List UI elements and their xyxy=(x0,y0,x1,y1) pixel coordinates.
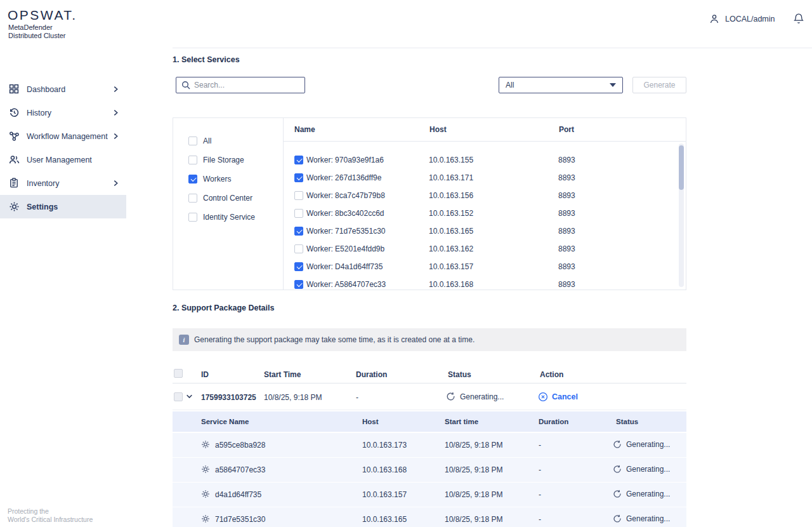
sub-status: Generating... xyxy=(613,490,670,498)
top-bar: OPSWAT. MetaDefender Distributed Cluster… xyxy=(0,0,812,48)
dashboard-icon xyxy=(9,84,20,95)
service-port: 8893 xyxy=(558,262,575,271)
category-filter-identity-service[interactable]: Identity Service xyxy=(173,208,283,227)
info-banner: i Generating the support package may tak… xyxy=(173,328,686,351)
sidebar-item-history[interactable]: History xyxy=(0,101,126,124)
checkbox[interactable] xyxy=(294,280,303,289)
subtable-body: a595ce8ba92810.0.163.17310/8/25, 9:18 PM… xyxy=(173,433,686,527)
service-port: 8893 xyxy=(558,156,575,164)
service-row[interactable]: Worker: A5864707ec3310.0.163.1688893 xyxy=(283,276,676,293)
sub-start-time: 10/8/25, 9:18 PM xyxy=(445,515,502,524)
checkbox[interactable] xyxy=(294,191,303,200)
checkbox[interactable] xyxy=(294,227,303,236)
sub-start-time: 10/8/25, 9:18 PM xyxy=(445,490,502,499)
package-status: Generating... xyxy=(446,392,504,401)
category-filter-all[interactable]: All xyxy=(173,131,283,150)
service-row[interactable]: Worker: 8ca7c47b79b810.0.163.1568893 xyxy=(283,187,676,204)
category-filter-file-storage[interactable]: File Storage xyxy=(173,150,283,170)
services-panel: AllFile StorageWorkersControl CenterIden… xyxy=(173,117,686,290)
chevron-right-icon xyxy=(112,86,119,93)
service-row[interactable]: Worker: 267d136dff9e10.0.163.1718893 xyxy=(283,169,676,187)
sidebar-item-workflow-management[interactable]: Workflow Management xyxy=(0,124,126,148)
package-row-checkbox[interactable] xyxy=(174,392,183,401)
gear-icon xyxy=(201,440,210,449)
checkbox[interactable] xyxy=(188,194,197,203)
category-label: Control Center xyxy=(203,194,252,203)
category-label: File Storage xyxy=(203,156,244,164)
checkbox[interactable] xyxy=(188,156,197,164)
gear-icon xyxy=(201,490,210,498)
checkbox[interactable] xyxy=(294,173,303,182)
service-port: 8893 xyxy=(558,280,575,289)
category-filter-list: AllFile StorageWorkersControl CenterIden… xyxy=(173,131,283,227)
services-scrollbar[interactable] xyxy=(679,143,684,287)
notifications-bell-icon[interactable] xyxy=(793,13,804,25)
service-port: 8893 xyxy=(558,173,575,182)
scrollbar-thumb[interactable] xyxy=(679,145,684,190)
sub-duration: - xyxy=(539,515,541,524)
service-port: 8893 xyxy=(558,244,575,253)
checkbox[interactable] xyxy=(294,244,303,253)
sidebar-item-label: Dashboard xyxy=(27,85,65,94)
sidebar-item-inventory[interactable]: Inventory xyxy=(0,171,126,195)
chevron-right-icon xyxy=(112,109,119,116)
sidebar-item-user-management[interactable]: User Management xyxy=(0,148,126,171)
subcol-duration: Duration xyxy=(539,418,568,425)
chevron-right-icon xyxy=(112,133,119,140)
service-host: 10.0.163.155 xyxy=(429,156,473,164)
service-host: 10.0.163.157 xyxy=(429,262,473,271)
service-type-dropdown[interactable]: All xyxy=(499,77,623,93)
category-label: Identity Service xyxy=(203,213,255,222)
info-icon: i xyxy=(179,335,189,345)
category-filter-workers[interactable]: Workers xyxy=(173,170,283,189)
checkbox[interactable] xyxy=(188,213,197,222)
subtable-row: d4a1d64ff73510.0.163.15710/8/25, 9:18 PM… xyxy=(173,483,686,507)
service-name: Worker: 8bc3c402cc6d xyxy=(306,209,384,218)
sub-status-label: Generating... xyxy=(626,440,670,449)
services-table-body: Worker: 970a93e9f1a610.0.163.1558893Work… xyxy=(283,151,676,293)
inventory-icon xyxy=(9,178,20,189)
sub-status: Generating... xyxy=(613,514,670,523)
service-row[interactable]: Worker: E5201e4fdd9b10.0.163.1628893 xyxy=(283,240,676,258)
service-row[interactable]: Worker: 970a93e9f1a610.0.163.1558893 xyxy=(283,151,676,169)
user-icon xyxy=(709,13,720,25)
category-filter-control-center[interactable]: Control Center xyxy=(173,189,283,208)
select-all-checkbox[interactable] xyxy=(174,369,183,378)
caret-down-icon xyxy=(610,83,616,87)
sub-host: 10.0.163.173 xyxy=(362,441,407,450)
generate-button[interactable]: Generate xyxy=(632,77,686,93)
workflow-icon xyxy=(9,131,20,142)
service-search xyxy=(176,77,305,93)
checkbox[interactable] xyxy=(294,262,303,271)
sub-status-label: Generating... xyxy=(626,465,670,474)
service-row[interactable]: Worker: 71d7e5351c3010.0.163.1658893 xyxy=(283,222,676,240)
service-host: 10.0.163.168 xyxy=(429,280,473,289)
service-host: 10.0.163.171 xyxy=(429,173,473,182)
sub-service-name: a595ce8ba928 xyxy=(215,441,265,450)
user-menu[interactable]: LOCAL/admin xyxy=(709,13,775,25)
service-row[interactable]: Worker: D4a1d64ff73510.0.163.1578893 xyxy=(283,258,676,276)
checkbox[interactable] xyxy=(188,175,197,183)
dropdown-selected-value: All xyxy=(506,81,514,90)
search-input[interactable] xyxy=(194,81,304,90)
col-name: Name xyxy=(294,125,315,134)
sub-host: 10.0.163.165 xyxy=(362,515,407,524)
opswat-logo: OPSWAT. xyxy=(8,8,77,23)
package-start-time: 10/8/25, 9:18 PM xyxy=(264,393,322,402)
col-port: Port xyxy=(559,125,574,134)
checkbox[interactable] xyxy=(188,137,197,145)
subtable-header: Service Name Host Start time Duration St… xyxy=(173,411,686,432)
sub-duration: - xyxy=(539,490,541,499)
sidebar-item-settings[interactable]: Settings xyxy=(0,195,126,218)
chevron-down-icon[interactable] xyxy=(186,393,193,400)
service-row[interactable]: Worker: 8bc3c402cc6d10.0.163.1528893 xyxy=(283,204,676,222)
checkbox[interactable] xyxy=(294,156,303,164)
sidebar-item-dashboard[interactable]: Dashboard xyxy=(0,77,126,101)
checkbox[interactable] xyxy=(294,209,303,218)
sub-service-name: a5864707ec33 xyxy=(215,465,265,474)
cancel-action[interactable]: Cancel xyxy=(538,392,578,402)
service-host: 10.0.163.162 xyxy=(429,244,473,253)
sub-status-label: Generating... xyxy=(626,490,670,498)
chevron-right-icon xyxy=(112,180,119,187)
service-port: 8893 xyxy=(558,191,575,200)
